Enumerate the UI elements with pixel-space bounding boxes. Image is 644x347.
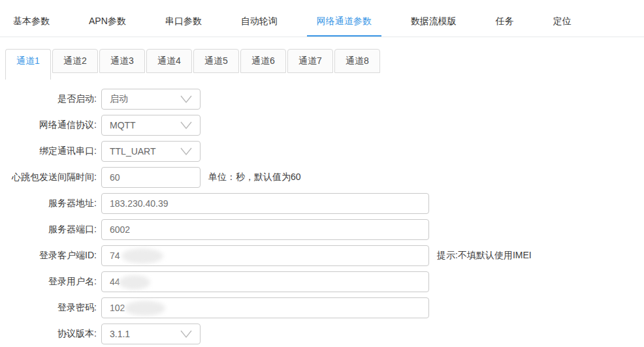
protocol-version-select[interactable]: 3.1.1: [101, 324, 201, 344]
server-address-input[interactable]: [102, 194, 428, 213]
password-field: [101, 297, 429, 318]
protocol-select[interactable]: MQTT: [101, 115, 201, 136]
enable-select-value: 启动: [110, 93, 128, 105]
chevron-down-icon: [178, 92, 195, 106]
form-row: 服务器端口:: [0, 219, 644, 240]
tab-positioning[interactable]: 定位: [543, 7, 581, 37]
channel-tab-4[interactable]: 通道4: [146, 49, 192, 73]
channel-tab-2[interactable]: 通道2: [52, 49, 98, 73]
form-row: 绑定通讯串口: TTL_UART: [0, 141, 644, 162]
client-id-hint: 提示:不填默认使用IMEI: [437, 250, 532, 262]
server-port-label: 服务器端口:: [0, 224, 97, 235]
username-label: 登录用户名:: [0, 276, 97, 288]
chevron-down-icon: [178, 144, 195, 158]
channel-tab-8[interactable]: 通道8: [334, 49, 380, 73]
serial-port-select[interactable]: TTL_UART: [101, 141, 201, 162]
form-row: 登录客户端ID: 提示:不填默认使用IMEI: [0, 245, 644, 266]
channel-tabs: 通道1 通道2 通道3 通道4 通道5 通道6 通道7 通道8: [5, 49, 644, 80]
protocol-select-value: MQTT: [110, 120, 136, 130]
form-row: 登录密码:: [0, 297, 644, 318]
form-row: 是否启动: 启动: [0, 89, 644, 110]
username-field: [101, 271, 429, 292]
form-row: 网络通信协议: MQTT: [0, 115, 644, 136]
top-nav: 基本参数 APN参数 串口参数 自动轮询 网络通道参数 数据流模版 任务 定位: [0, 0, 644, 37]
tab-tasks[interactable]: 任务: [486, 7, 524, 37]
protocol-version-select-value: 3.1.1: [110, 329, 130, 339]
client-id-input[interactable]: [102, 246, 428, 265]
tab-serial-params[interactable]: 串口参数: [155, 7, 212, 37]
protocol-version-label: 协议版本:: [0, 328, 97, 340]
heartbeat-interval-hint: 单位：秒，默认值为60: [208, 172, 301, 183]
tab-apn-params[interactable]: APN参数: [79, 7, 136, 37]
tab-data-stream-template[interactable]: 数据流模版: [401, 7, 466, 37]
form-row: 服务器地址:: [0, 193, 644, 214]
server-port-input[interactable]: [102, 220, 428, 239]
enable-select[interactable]: 启动: [101, 89, 201, 110]
form-row: 协议版本: 3.1.1: [0, 324, 644, 344]
tab-network-channel-params[interactable]: 网络通道参数: [307, 7, 381, 37]
client-id-field: [101, 245, 429, 266]
server-address-label: 服务器地址:: [0, 198, 97, 209]
heartbeat-interval-label: 心跳包发送间隔时间:: [0, 172, 97, 183]
enable-label: 是否启动:: [0, 93, 97, 105]
tab-auto-polling[interactable]: 自动轮询: [231, 7, 287, 37]
form-row: 心跳包发送间隔时间: 单位：秒，默认值为60: [0, 167, 644, 188]
channel-tab-5[interactable]: 通道5: [193, 49, 239, 73]
serial-port-select-value: TTL_UART: [110, 146, 156, 157]
chevron-down-icon: [178, 327, 195, 341]
serial-port-label: 绑定通讯串口:: [0, 145, 97, 157]
username-input[interactable]: [102, 272, 428, 292]
server-port-field: [101, 219, 429, 240]
chevron-down-icon: [178, 118, 195, 132]
channel-tab-6[interactable]: 通道6: [240, 49, 286, 73]
protocol-label: 网络通信协议:: [0, 119, 97, 131]
heartbeat-interval-field: [101, 167, 201, 188]
password-input[interactable]: [102, 298, 428, 318]
client-id-label: 登录客户端ID:: [0, 250, 97, 262]
tab-basic-params[interactable]: 基本参数: [3, 7, 59, 37]
channel-tab-7[interactable]: 通道7: [287, 49, 333, 73]
channel-settings-form: 是否启动: 启动 网络通信协议: MQTT 绑定通讯串口: TTL_UART 心…: [0, 89, 644, 344]
channel-tab-1[interactable]: 通道1: [5, 49, 51, 80]
password-label: 登录密码:: [0, 302, 97, 314]
server-address-field: [101, 193, 429, 214]
heartbeat-interval-input[interactable]: [102, 168, 200, 187]
channel-tab-3[interactable]: 通道3: [99, 49, 145, 73]
form-row: 登录用户名:: [0, 271, 644, 292]
